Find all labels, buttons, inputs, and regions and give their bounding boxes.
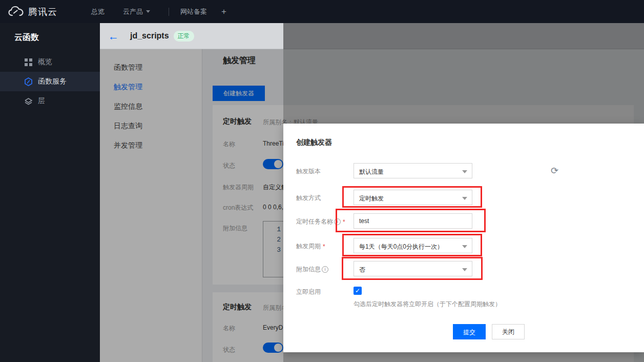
label-trigger-cycle: 触发周期 * (296, 242, 325, 251)
task-name-input[interactable] (354, 213, 472, 229)
nav-divider (169, 8, 169, 16)
layers-icon (24, 97, 33, 106)
submit-button[interactable]: 提交 (453, 324, 486, 339)
sidebar-item-label: 函数服务 (38, 77, 67, 86)
function-icon (24, 77, 33, 86)
left-sidebar: 云函数 概览 函数服务 (0, 23, 100, 362)
chevron-down-icon (462, 245, 467, 248)
back-arrow-icon[interactable]: ← (108, 31, 119, 42)
task-name-row (354, 213, 472, 229)
info-icon[interactable]: i (334, 218, 341, 225)
tencent-cloud-logo[interactable]: 腾讯云 (8, 6, 57, 18)
top-navbar: 腾讯云 总览 云产品 网站备案 + (0, 0, 644, 23)
extra-info-row: 否 (354, 261, 472, 276)
sidebar-item-function-service[interactable]: 函数服务 (0, 72, 100, 91)
nav-overview[interactable]: 总览 (91, 7, 105, 16)
status-badge: 正常 (174, 31, 194, 42)
sidebar-item-overview[interactable]: 概览 (0, 52, 100, 72)
create-trigger-dialog: 创建触发器 触发版本 默认流量 ⟳ 触发方式 定时触发 定时任务名称 i * (283, 124, 644, 352)
trigger-version-row: 默认流量 ⟳ (354, 163, 472, 178)
trigger-type-row: 定时触发 (354, 190, 472, 205)
sidebar-item-layers[interactable]: 层 (0, 91, 100, 111)
cloud-logo-icon (8, 6, 24, 18)
product-title: 云函数 (0, 23, 100, 49)
trigger-type-select[interactable]: 定时触发 (354, 190, 472, 205)
chevron-down-icon (146, 10, 150, 13)
chevron-down-icon (462, 197, 467, 200)
label-extra-info: 附加信息 i (296, 265, 328, 274)
sidebar-item-label: 层 (38, 96, 45, 106)
dialog-title: 创建触发器 (296, 138, 332, 147)
grid-icon (24, 58, 33, 67)
required-asterisk: * (323, 243, 325, 250)
chevron-down-icon (462, 170, 467, 173)
brand-text: 腾讯云 (28, 6, 57, 18)
close-button[interactable]: 关闭 (492, 324, 525, 339)
nav-products[interactable]: 云产品 (123, 7, 150, 16)
function-name: jd_scripts (130, 31, 169, 41)
app-root: 腾讯云 总览 云产品 网站备案 + 云函数 概览 (0, 0, 644, 362)
label-task-name: 定时任务名称 i * (296, 217, 345, 226)
required-asterisk: * (343, 218, 345, 226)
modal-dim-overlay-left (100, 49, 283, 362)
chevron-down-icon (462, 268, 467, 271)
nav-beian[interactable]: 网站备案 (180, 7, 207, 16)
nav-add-tab-button[interactable]: + (221, 7, 226, 17)
label-trigger-type: 触发方式 (296, 194, 321, 203)
enable-help-text: 勾选后定时触发器将立即开启（于下个配置周期触发） (354, 300, 501, 309)
trigger-cycle-row: 每1天（每天0点0分执行一次） (354, 238, 472, 253)
info-icon[interactable]: i (322, 266, 328, 273)
label-trigger-version: 触发版本 (296, 167, 321, 176)
trigger-version-select[interactable]: 默认流量 (354, 163, 472, 178)
extra-info-select[interactable]: 否 (354, 261, 472, 276)
label-enable-now: 立即启用 (296, 288, 321, 296)
sidebar-item-label: 概览 (38, 57, 52, 67)
enable-now-checkbox[interactable]: ✓ (354, 287, 362, 295)
trigger-cycle-select[interactable]: 每1天（每天0点0分执行一次） (354, 238, 472, 253)
refresh-icon[interactable]: ⟳ (551, 165, 558, 176)
